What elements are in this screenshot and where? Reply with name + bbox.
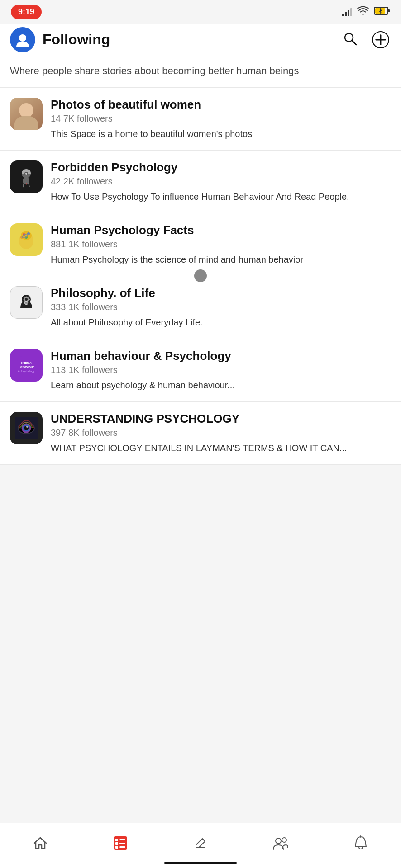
wifi-icon (357, 6, 369, 18)
space-name: Photos of beautiful women (51, 98, 391, 112)
top-nav: Following (0, 24, 401, 56)
svg-point-43 (26, 426, 28, 428)
space-name: Human behaviour & Psychology (51, 349, 391, 363)
edit-icon (192, 835, 209, 851)
home-icon (32, 835, 48, 851)
svg-point-5 (19, 34, 26, 42)
nav-avatar (10, 27, 35, 52)
space-avatar-understanding (10, 412, 43, 444)
space-followers: 14.7K followers (51, 113, 391, 124)
nav-home-button[interactable] (23, 831, 57, 855)
svg-text:Behaviour: Behaviour (19, 365, 34, 368)
add-button[interactable] (370, 29, 391, 50)
svg-point-52 (276, 838, 281, 844)
svg-text:& Psychology: & Psychology (18, 370, 34, 373)
space-followers: 42.2K followers (51, 176, 391, 187)
space-description: All about Philosophy of Everyday Life. (51, 316, 391, 329)
search-icon (343, 32, 358, 46)
space-avatar-women (10, 98, 43, 130)
philosophy-avatar-icon (15, 291, 38, 314)
list-icon (112, 835, 129, 851)
list-item[interactable]: Human Psychology Facts 881.1K followers … (0, 213, 401, 276)
space-avatar-philosophy (10, 286, 43, 319)
list-item[interactable]: Human Behaviour & Psychology Human behav… (0, 339, 401, 402)
space-description: WHAT PSYCHOLOGY ENTAILS IN LAYMAN'S TERM… (51, 442, 391, 454)
understanding-avatar-icon (15, 417, 38, 439)
space-avatar-behaviour: Human Behaviour & Psychology (10, 349, 43, 382)
women-avatar-image (10, 98, 43, 130)
space-info-understanding: UNDERSTANDING PSYCHOLOGY 397.8K follower… (51, 412, 391, 454)
space-name: Philosophy. of Life (51, 286, 391, 300)
battery-icon (374, 6, 390, 17)
svg-point-13 (25, 173, 27, 175)
add-circle-icon (372, 31, 389, 48)
profile-icon (14, 32, 31, 48)
svg-point-53 (282, 838, 286, 842)
bell-icon (353, 835, 369, 851)
svg-point-28 (25, 298, 28, 301)
search-button[interactable] (341, 30, 359, 49)
forbidden-avatar-icon: ! (15, 165, 38, 188)
space-followers: 333.1K followers (51, 302, 391, 312)
space-description: How To Use Psychology To influence Human… (51, 190, 391, 203)
svg-rect-48 (119, 839, 125, 840)
scroll-indicator (194, 269, 207, 282)
content-area: Where people share stories about becomin… (0, 56, 401, 465)
space-info-women: Photos of beautiful women 14.7K follower… (51, 98, 391, 140)
svg-line-7 (352, 40, 356, 45)
page-title: Following (43, 31, 341, 48)
space-description: Learn about psychology & human behaviour… (51, 379, 391, 392)
nav-list-button[interactable] (103, 831, 138, 855)
space-followers: 881.1K followers (51, 239, 391, 250)
list-item[interactable]: Philosophy. of Life 333.1K followers All… (0, 276, 401, 339)
space-description: Human Psychology is the science of mind … (51, 253, 391, 266)
list-item[interactable]: Photos of beautiful women 14.7K follower… (0, 88, 401, 151)
signal-icon (342, 7, 352, 16)
space-followers: 397.8K followers (51, 428, 391, 438)
space-followers: 113.1K followers (51, 365, 391, 375)
space-info-forbidden: Forbidden Psychology 42.2K followers How… (51, 160, 391, 203)
space-info-philosophy: Philosophy. of Life 333.1K followers All… (51, 286, 391, 329)
home-indicator (164, 857, 237, 864)
svg-rect-47 (115, 846, 118, 849)
space-name: Forbidden Psychology (51, 160, 391, 175)
space-avatar-brain (10, 223, 43, 256)
svg-rect-1 (388, 9, 390, 12)
svg-rect-50 (119, 846, 125, 848)
truncated-description: Where people share stories about becomin… (10, 64, 391, 78)
svg-rect-49 (119, 843, 125, 844)
behaviour-avatar-icon: Human Behaviour & Psychology (15, 354, 38, 377)
status-icons (342, 6, 390, 18)
nav-edit-button[interactable] (183, 831, 218, 855)
nav-actions (341, 29, 391, 50)
list-item[interactable]: ! Forbidden Psychology 42.2K followers H… (0, 151, 401, 213)
svg-rect-46 (115, 842, 118, 845)
space-info-behaviour: Human behaviour & Psychology 113.1K foll… (51, 349, 391, 392)
space-description: This Space is a home to beautiful women'… (51, 127, 391, 140)
truncated-item[interactable]: Where people share stories about becomin… (0, 56, 401, 88)
space-name: UNDERSTANDING PSYCHOLOGY (51, 412, 391, 426)
space-name: Human Psychology Facts (51, 223, 391, 237)
list-item[interactable]: UNDERSTANDING PSYCHOLOGY 397.8K follower… (0, 402, 401, 465)
nav-people-button[interactable] (263, 831, 298, 855)
status-time: 9:19 (11, 5, 42, 19)
people-icon (272, 835, 289, 851)
status-bar: 9:19 (0, 0, 401, 24)
space-avatar-forbidden: ! (10, 160, 43, 193)
nav-bell-button[interactable] (344, 831, 378, 855)
space-info-psychology: Human Psychology Facts 881.1K followers … (51, 223, 391, 266)
brain-avatar-icon (15, 228, 38, 251)
svg-text:Human: Human (21, 361, 32, 364)
svg-rect-45 (115, 839, 118, 841)
svg-text:!: ! (26, 182, 27, 186)
plus-icon (373, 33, 388, 47)
